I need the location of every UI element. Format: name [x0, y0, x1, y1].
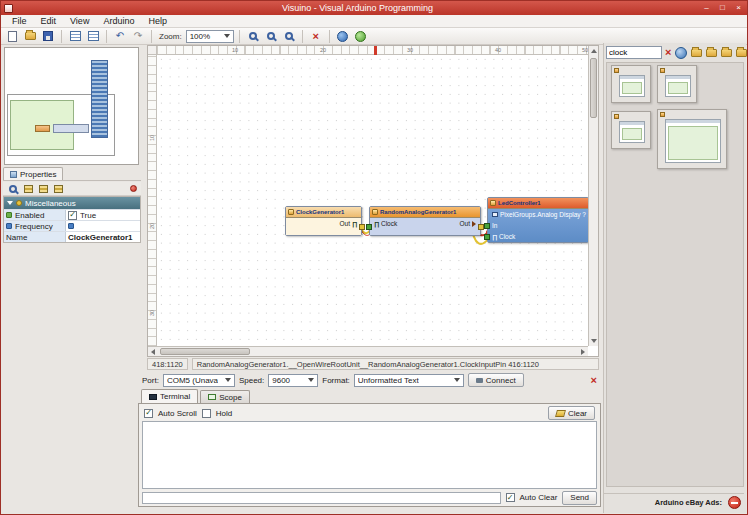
property-value-cell[interactable]: ClockGenerator1	[66, 232, 140, 242]
component-header[interactable]: LedController1	[488, 198, 588, 209]
component-header[interactable]: ClockGenerator1	[286, 207, 361, 218]
save-button[interactable]	[40, 29, 56, 44]
scroll-up-button[interactable]	[589, 46, 599, 56]
terminal-output[interactable]	[142, 421, 597, 489]
zoom-in-button[interactable]	[245, 29, 261, 44]
component-header[interactable]: RandomAnalogGenerator1	[370, 207, 480, 218]
property-row-name[interactable]: Name ClockGenerator1	[4, 231, 140, 242]
property-value: True	[80, 211, 96, 220]
menu-file[interactable]: File	[5, 15, 34, 28]
minimize-button[interactable]: –	[699, 2, 714, 14]
palette-thumbnail[interactable]	[611, 111, 651, 149]
horizontal-scrollbar[interactable]	[148, 346, 588, 356]
input-pin-clock[interactable]	[366, 224, 372, 230]
terminal-tab-label: Terminal	[160, 392, 190, 401]
zoom-combo[interactable]: 100%	[186, 30, 234, 43]
clear-button[interactable]: Clear	[548, 406, 595, 420]
pin-icon[interactable]	[130, 185, 137, 192]
scroll-left-button[interactable]	[148, 347, 158, 357]
auto-clear-checkbox[interactable]: ✓	[506, 493, 515, 502]
vertical-scroll-thumb[interactable]	[590, 58, 597, 118]
property-value-cell[interactable]: ✓ True	[66, 210, 140, 220]
redo-button[interactable]: ↷	[130, 29, 146, 44]
palette-view-button-3[interactable]	[720, 46, 733, 59]
ads-block-icon[interactable]	[728, 496, 741, 509]
palette-view-button-1[interactable]	[690, 46, 703, 59]
speed-combo[interactable]: 9600	[268, 374, 318, 387]
property-category[interactable]: Miscellaneous	[4, 197, 140, 209]
property-row-enabled[interactable]: Enabled ✓ True	[4, 209, 140, 220]
palette-view-button-2[interactable]	[705, 46, 718, 59]
component-clock-generator[interactable]: ClockGenerator1 Out ∏	[285, 206, 362, 236]
web-button[interactable]	[335, 29, 351, 44]
send-input[interactable]	[142, 492, 501, 504]
format-combo[interactable]: Unformatted Text	[354, 374, 464, 387]
props-search-button[interactable]	[7, 183, 19, 194]
open-file-button[interactable]	[22, 29, 38, 44]
menu-view[interactable]: View	[63, 15, 96, 28]
delete-button[interactable]: ×	[308, 29, 324, 44]
close-panel-button[interactable]: ×	[591, 375, 597, 386]
palette-thumbnail[interactable]	[657, 109, 727, 169]
output-pin[interactable]	[359, 224, 365, 230]
connect-button[interactable]: Connect	[468, 373, 524, 387]
auto-scroll-checkbox[interactable]: ✓	[144, 409, 153, 418]
properties-tab-label: Properties	[20, 170, 56, 179]
input-pin-in[interactable]	[484, 223, 490, 229]
canvas-content[interactable]: ClockGenerator1 Out ∏ RandomAnalogGenera…	[157, 55, 588, 346]
tab-scope[interactable]: Scope	[200, 390, 250, 403]
close-button[interactable]: ×	[731, 2, 746, 14]
tab-properties[interactable]: Properties	[3, 167, 63, 180]
open-folder-icon	[25, 32, 36, 40]
search-button[interactable]	[674, 46, 688, 59]
props-categorized-button[interactable]	[22, 183, 34, 194]
new-file-button[interactable]	[4, 29, 20, 44]
palette-view-button-4[interactable]	[735, 46, 748, 59]
enabled-checkbox[interactable]: ✓	[68, 211, 77, 220]
component-led-controller[interactable]: LedController1 PixelGroups.Analog Displa…	[487, 197, 588, 243]
horizontal-scroll-thumb[interactable]	[160, 348, 250, 355]
scroll-down-button[interactable]	[589, 336, 599, 346]
props-alpha-button[interactable]	[37, 183, 49, 194]
grid-view-button[interactable]	[85, 29, 101, 44]
terminal-frame: ✓ Auto Scroll Hold Clear ✓ Auto Clear Se…	[138, 403, 601, 507]
hold-checkbox[interactable]	[202, 409, 211, 418]
property-value-cell[interactable]	[66, 221, 140, 231]
minimap-led-stack	[91, 60, 108, 138]
zoom-fit-button[interactable]	[281, 29, 297, 44]
help-button[interactable]	[353, 29, 369, 44]
design-canvas: 10 20 30 40 50 10 20 30	[147, 45, 599, 357]
tab-terminal[interactable]: Terminal	[141, 389, 198, 403]
scroll-right-button[interactable]	[578, 347, 588, 357]
props-expand-button[interactable]	[52, 183, 64, 194]
app-icon	[4, 4, 13, 13]
display-row[interactable]: PixelGroups.Analog Display ? S	[488, 209, 588, 220]
input-pin-clock[interactable]	[484, 234, 490, 240]
palette-thumbnail[interactable]	[657, 65, 697, 103]
menu-edit[interactable]: Edit	[34, 15, 64, 28]
menu-arduino[interactable]: Arduino	[96, 15, 141, 28]
board-view-button[interactable]	[67, 29, 83, 44]
zoom-in-icon	[249, 32, 257, 40]
zoom-out-button[interactable]	[263, 29, 279, 44]
grid-icon	[70, 31, 81, 41]
toolbar-separator	[302, 30, 303, 43]
palette-thumbnail[interactable]	[611, 65, 651, 103]
send-button[interactable]: Send	[562, 491, 597, 505]
menu-help[interactable]: Help	[141, 15, 174, 28]
maximize-button[interactable]: □	[715, 2, 730, 14]
folder-icon	[706, 49, 717, 57]
component-random-analog-generator[interactable]: RandomAnalogGenerator1 ∏ Clock Out	[369, 206, 481, 236]
undo-button[interactable]: ↶	[112, 29, 128, 44]
save-icon	[43, 31, 53, 41]
toolbar-separator	[106, 30, 107, 43]
search-clear-button[interactable]: ×	[664, 46, 672, 59]
zoom-label: Zoom:	[159, 32, 182, 41]
minimap[interactable]	[4, 47, 139, 165]
property-row-frequency[interactable]: Frequency	[4, 220, 140, 231]
property-name-cell: Enabled	[4, 210, 66, 220]
collapse-arrow-icon	[7, 201, 13, 205]
port-combo[interactable]: COM5 (Unava	[163, 374, 235, 387]
search-input[interactable]	[606, 46, 662, 59]
vertical-scrollbar[interactable]	[588, 46, 598, 346]
